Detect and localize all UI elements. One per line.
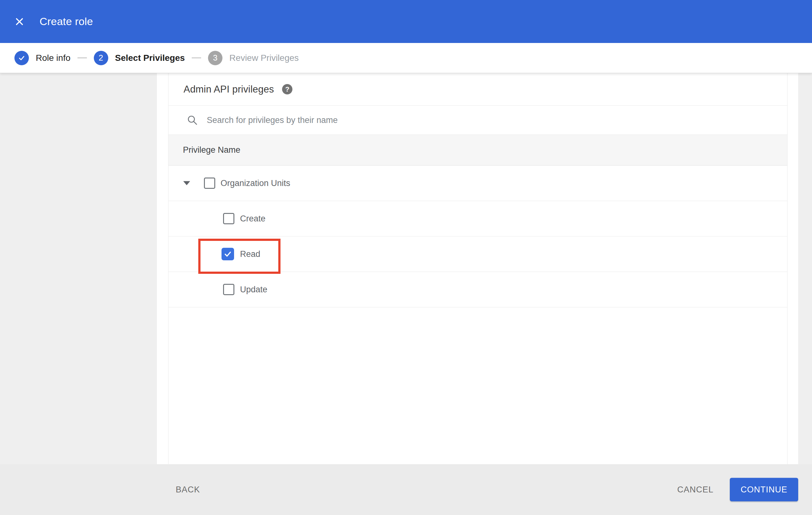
partial-row <box>169 315 787 464</box>
stepper-step-review-privileges[interactable]: 3 Review Privileges <box>208 51 299 65</box>
panel-title: Admin API privileges <box>183 84 274 95</box>
continue-button[interactable]: CONTINUE <box>730 478 798 502</box>
step-number: 2 <box>94 51 108 65</box>
privilege-label: Update <box>240 285 267 295</box>
step-label: Role info <box>36 53 70 63</box>
table-row-delete: Delete <box>169 307 787 315</box>
close-icon <box>14 17 25 27</box>
step-check-icon <box>14 51 29 65</box>
privilege-label: Create <box>240 214 265 223</box>
step-label: Review Privileges <box>229 53 299 63</box>
privilege-checkbox[interactable] <box>223 284 234 295</box>
footer-bar: BACK CANCEL CONTINUE <box>0 464 812 515</box>
privilege-rows: Organization Units Create Read Update <box>169 165 787 315</box>
privileges-panel: Admin API privileges ? Privilege Name Or… <box>157 73 798 464</box>
privilege-checkbox[interactable] <box>222 248 234 260</box>
privilege-label: Read <box>240 249 260 259</box>
dialog-title: Create role <box>39 16 93 28</box>
step-number: 3 <box>208 51 223 65</box>
step-connector <box>192 57 201 58</box>
privilege-checkbox[interactable] <box>204 178 215 189</box>
search-row <box>169 106 787 135</box>
search-icon <box>187 115 198 126</box>
stepper-step-role-info[interactable]: Role info <box>14 51 70 65</box>
highlight-annotation <box>198 239 281 274</box>
table-header: Privilege Name <box>169 135 787 165</box>
table-row-update: Update <box>169 272 787 307</box>
table-header-label: Privilege Name <box>183 145 240 155</box>
step-label: Select Privileges <box>115 53 185 63</box>
panel-title-row: Admin API privileges ? <box>169 73 787 106</box>
table-row-read: Read <box>169 237 787 272</box>
stepper: Role info 2 Select Privileges 3 Review P… <box>0 43 812 73</box>
cancel-button[interactable]: CANCEL <box>677 485 714 495</box>
stepper-step-select-privileges[interactable]: 2 Select Privileges <box>94 51 185 65</box>
privilege-checkbox[interactable] <box>223 213 234 224</box>
search-input[interactable] <box>207 115 677 125</box>
close-button[interactable] <box>10 12 29 31</box>
help-icon[interactable]: ? <box>282 84 292 94</box>
appbar: Create role <box>0 0 812 43</box>
back-button[interactable]: BACK <box>176 485 200 495</box>
chevron-down-icon[interactable] <box>183 181 190 185</box>
table-row-create: Create <box>169 201 787 237</box>
privilege-label: Organization Units <box>221 178 290 188</box>
table-row-organization-units: Organization Units <box>169 165 787 201</box>
step-connector <box>78 57 87 58</box>
